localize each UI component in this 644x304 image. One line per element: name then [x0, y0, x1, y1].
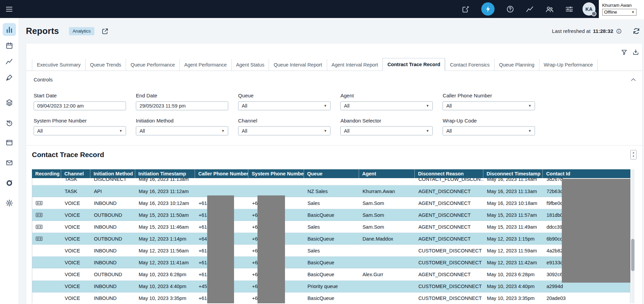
table-row[interactable]: TASKAPIMay 16, 2023 11:12amNZ SalesKhurr…: [32, 185, 630, 197]
sidebar-item-browser-window[interactable]: [3, 136, 16, 149]
download-icon[interactable]: [632, 49, 639, 55]
cell-initiation-method: OUTBOUND: [91, 209, 136, 221]
report-header: Contact Trace Record ▲▼: [32, 150, 637, 159]
initiation-method-select[interactable]: All▼: [136, 126, 228, 135]
queue-select[interactable]: All▼: [238, 101, 330, 111]
sidebar: [0, 18, 19, 304]
people-icon[interactable]: [545, 5, 554, 13]
sidebar-item-history[interactable]: [3, 116, 16, 129]
caller-phone-number-select[interactable]: All▼: [443, 101, 535, 111]
scrollbar-thumb[interactable]: [631, 239, 634, 271]
system-phone-number-select[interactable]: All▼: [34, 126, 126, 135]
recording-icon[interactable]: [36, 213, 43, 217]
sidebar-item-donut-chart[interactable]: [3, 176, 16, 190]
tab-agent-performance[interactable]: Agent Performance: [179, 59, 231, 71]
agent-status-value: Offline: [604, 10, 617, 15]
recording-icon[interactable]: [36, 225, 43, 229]
offline-status-dot: [591, 11, 596, 16]
menu-icon[interactable]: [5, 5, 13, 13]
sidebar-item-line-chart[interactable]: [3, 55, 16, 68]
start-date-input-box: [34, 101, 126, 111]
cell-queue: Sales: [304, 245, 359, 256]
tab-executive-summary[interactable]: Executive Summary: [32, 59, 85, 71]
recording-icon[interactable]: [36, 236, 43, 241]
sidebar-item-mail[interactable]: [3, 156, 16, 170]
tab-queue-planning[interactable]: Queue Planning: [494, 59, 539, 71]
info-icon[interactable]: [616, 28, 622, 34]
system-phone-number-value: All: [37, 128, 43, 134]
table-row[interactable]: VOICEINBOUNDMay 10, 2023 4:40pm+457+612P…: [32, 281, 630, 292]
sidebar-item-calendar[interactable]: [3, 39, 16, 52]
notepad-icon[interactable]: [462, 5, 470, 13]
cell-channel: VOICE: [61, 245, 91, 256]
caller-phone-number-label: Caller Phone Number: [443, 93, 535, 98]
end-date-input[interactable]: [140, 103, 225, 109]
chevron-down-icon: ▼: [321, 129, 327, 133]
cell-initiation-method: INBOUND: [91, 197, 136, 209]
cell-channel: VOICE: [61, 281, 91, 292]
tab-queue-trends[interactable]: Queue Trends: [85, 59, 126, 71]
tab-contract-trace-record[interactable]: Contract Trace Record: [382, 58, 445, 71]
app-window: KA Khurram Awan Offline ▼ Reports Analyt…: [0, 0, 644, 304]
cell-agent: Dane.Maddox: [359, 233, 415, 245]
cell-recording: [32, 292, 61, 304]
start-date-input[interactable]: [37, 103, 123, 109]
sidebar-item-design-tools[interactable]: [3, 71, 16, 84]
sidebar-item-gear[interactable]: [3, 196, 16, 210]
tab-queue-performance[interactable]: Queue Performance: [126, 59, 179, 71]
cell-disconnect-timestamp: May 16, 2023 11:14am: [484, 178, 543, 185]
tab-agent-status[interactable]: Agent Status: [231, 59, 269, 71]
column-header-initiation-timestamp: Initiation Timestamp: [135, 169, 195, 178]
cell-disconnect-reason: CUSTOMER_DISCONNECT: [415, 245, 484, 256]
tab-contact-forensics[interactable]: Contact Forensics: [445, 59, 494, 71]
cell-agent: Sam.Som: [359, 197, 415, 209]
sidebar-item-bar-chart[interactable]: [3, 23, 16, 36]
table-row[interactable]: VOICEINBOUNDMay 16, 2023 10:12am+614+612…: [32, 197, 630, 209]
line-chart-icon[interactable]: [526, 5, 534, 13]
sidebar-item-layers[interactable]: [3, 96, 16, 109]
mail-icon: [5, 159, 13, 167]
line-chart-icon: [5, 58, 13, 65]
cell-recording: [32, 233, 61, 245]
avatar[interactable]: KA: [583, 2, 596, 16]
abandon-selector-label: Abandon Selector: [340, 118, 433, 124]
wrap-up-code-value: All: [446, 128, 452, 134]
collapse-chevron-icon[interactable]: [630, 76, 637, 83]
column-header-disconnect-timestamp: Disconnect Timestamp: [483, 169, 543, 178]
tab-wrap-up-performance[interactable]: Wrap-Up Performance: [539, 59, 598, 71]
agent-status-select[interactable]: Offline ▼: [602, 9, 637, 15]
refresh-icon[interactable]: [632, 27, 640, 35]
wrap-up-code-select[interactable]: All▼: [443, 126, 535, 135]
lightning-icon[interactable]: [481, 2, 495, 16]
stepper-control[interactable]: ▲▼: [630, 150, 637, 159]
table-row[interactable]: VOICEINBOUNDMay 15, 2023 11:46am+614+612…: [32, 221, 630, 233]
table-row[interactable]: VOICEINBOUNDMay 10, 2023 3:35pm+614+612B…: [32, 292, 630, 304]
bar-chart-icon: [5, 26, 13, 34]
table-scrollbar[interactable]: [631, 169, 634, 303]
stepper-down-icon[interactable]: ▼: [632, 155, 634, 158]
chevron-down-icon: ▼: [219, 129, 225, 133]
table-row[interactable]: VOICEOUTBOUNDMay 12, 2023 1:14pm+642+612…: [32, 233, 630, 245]
agent-select[interactable]: All▼: [340, 101, 433, 111]
cell-channel: VOICE: [61, 268, 91, 280]
tab-agent-interval-report[interactable]: Agent Interval Report: [327, 59, 383, 71]
table-row[interactable]: VOICEOUTBOUNDMay 10, 2023 6:28pm+614+612…: [32, 268, 630, 280]
help-icon[interactable]: [506, 5, 514, 13]
recording-icon[interactable]: [36, 201, 43, 205]
last-refreshed-time: 11:28:32: [593, 28, 613, 34]
tab-queue-interval-report[interactable]: Queue Interval Report: [269, 59, 326, 71]
table-row[interactable]: VOICEINBOUNDMay 12, 2023 11:56am+614+612…: [32, 245, 630, 256]
cell-queue: Sales: [304, 221, 359, 233]
table-row[interactable]: VOICEINBOUNDMay 12, 2023 11:41am+614+612…: [32, 256, 630, 268]
channel-select[interactable]: All▼: [238, 126, 330, 135]
external-link-icon[interactable]: [102, 28, 109, 35]
column-header-agent: Agent: [359, 169, 415, 178]
abandon-selector-select[interactable]: All▼: [340, 126, 433, 135]
cell-disconnect-reason: CUSTOMER_DISCONNECT: [415, 256, 484, 268]
channel-field: ChannelAll▼: [238, 118, 330, 135]
table-row[interactable]: VOICEOUTBOUNDMay 15, 2023 11:50am+614+61…: [32, 209, 630, 221]
stepper-up-icon[interactable]: ▲: [632, 151, 634, 155]
sliders-icon[interactable]: [565, 5, 573, 13]
filter-icon[interactable]: [621, 49, 627, 55]
table-row[interactable]: TASKDISCONNECTMay 16, 2023 11:13amCONTAC…: [32, 178, 630, 185]
